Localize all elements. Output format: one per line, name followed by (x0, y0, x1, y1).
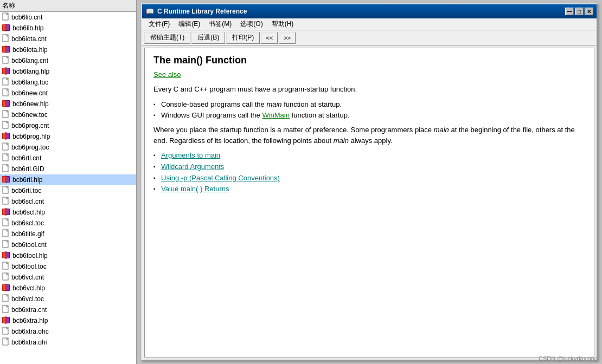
close-button[interactable]: ✕ (585, 8, 593, 15)
file-icon (2, 164, 11, 174)
svg-rect-6 (5, 24, 7, 31)
file-name: bcb6prog.toc (11, 144, 49, 151)
list-item[interactable]: bcb6vcl.cnt (0, 272, 136, 283)
watermark: CSDN @luckydaxiang (539, 355, 598, 362)
menu-edit[interactable]: 编辑(E) (174, 18, 204, 30)
list-item[interactable]: bcb6new.cnt (0, 88, 136, 99)
file-name: bcb6vcl.hlp (12, 284, 45, 292)
file-name: bcb6scl.hlp (12, 209, 45, 216)
bullet-item-gui: Windows GUI programs call the WinMain fu… (153, 110, 585, 121)
hlp-file-icon (2, 284, 12, 293)
list-item[interactable]: bcb6scl.toc (0, 218, 136, 229)
file-name: bcb6rtl.hlp (12, 176, 42, 184)
menu-options[interactable]: 选项(O) (236, 18, 267, 30)
file-icon (2, 142, 11, 152)
file-icon (2, 197, 11, 206)
next-button[interactable]: >> (279, 32, 296, 44)
menu-bookmarks[interactable]: 书签(M) (204, 18, 236, 30)
see-also-link[interactable]: See also (153, 70, 585, 79)
file-name: bcb6tool.hlp (12, 252, 48, 259)
list-item[interactable]: bcb6lang.toc (0, 77, 136, 88)
toolbar: 帮助主题(T) 后退(B) 打印(P) << >> (142, 30, 597, 46)
list-item[interactable]: bcb6xtra.cnt (0, 304, 136, 315)
file-icon (2, 305, 11, 315)
list-item[interactable]: bcb6prog.toc (0, 142, 136, 153)
list-item[interactable]: bcb6rtl.toc (0, 185, 136, 196)
file-icon (2, 12, 11, 22)
svg-rect-55 (3, 209, 5, 214)
list-item[interactable]: bcb6prog.cnt (0, 120, 136, 131)
list-item[interactable]: bcb6lib.hlp (0, 23, 136, 34)
hlp-file-icon (2, 67, 12, 76)
list-item[interactable]: bcb6new.hlp (0, 99, 136, 109)
file-icon (2, 240, 11, 250)
list-item[interactable]: bcb6prog.hlp (0, 131, 136, 142)
prev-button[interactable]: << (261, 32, 278, 44)
list-item[interactable]: bcb6scl.cnt (0, 196, 136, 207)
file-name: bcb6new.toc (11, 111, 48, 119)
list-item[interactable]: bcb6xtra.hlp (0, 315, 136, 326)
list-item[interactable]: bcb6lib.cnt (0, 12, 136, 23)
list-item[interactable]: bcb6rtl.GID (0, 164, 136, 174)
list-item[interactable]: bcb6title.gif (0, 229, 136, 239)
list-item[interactable]: bcb6vcl.toc (0, 294, 136, 304)
minimize-button[interactable]: — (565, 8, 574, 15)
bullet-list-2: Arguments to main Wildcard Arguments Usi… (153, 150, 585, 195)
list-item[interactable]: bcb6new.toc (0, 109, 136, 120)
list-item[interactable]: bcb6scl.hlp (0, 207, 136, 218)
maximize-button[interactable]: □ (575, 8, 584, 15)
placement-paragraph: Where you place the startup function is … (153, 125, 585, 146)
svg-rect-19 (7, 68, 9, 74)
hlp-file-icon (2, 316, 12, 326)
file-icon (2, 272, 11, 282)
bullet-item-pascal: Using -p (Pascal Calling Conventions) (153, 173, 585, 184)
bullet-console-text2: function at startup. (282, 100, 342, 108)
back-button[interactable]: 后退(B) (191, 32, 225, 44)
arguments-to-main-link[interactable]: Arguments to main (161, 151, 220, 159)
list-item[interactable]: bcb6vcl.hlp (0, 283, 136, 294)
value-returns-link[interactable]: Value main( ) Returns (161, 185, 229, 193)
list-item[interactable]: bcb6lang.hlp (0, 66, 136, 77)
menu-bar: 文件(F) 编辑(E) 书签(M) 选项(O) 帮助(H) (142, 18, 597, 30)
bullet-list-1: Console-based programs call the main fun… (153, 99, 585, 122)
svg-rect-66 (3, 252, 5, 258)
file-name: bcb6rtl.GID (11, 165, 44, 173)
wildcard-arguments-link[interactable]: Wildcard Arguments (161, 162, 224, 171)
file-icon (2, 121, 11, 131)
file-name: bcb6iota.hlp (12, 46, 48, 54)
menu-file[interactable]: 文件(F) (144, 18, 174, 30)
list-item[interactable]: bcb6tool.hlp (0, 250, 136, 261)
file-name: bcb6xtra.ohi (11, 339, 47, 346)
list-item[interactable]: bcb6rtl.cnt (0, 153, 136, 164)
file-name: bcb6scl.toc (11, 219, 44, 227)
list-item[interactable]: bcb6xtra.ohc (0, 326, 136, 337)
list-item[interactable]: bcb6xtra.ohi (0, 337, 136, 348)
list-item[interactable]: bcb6tool.cnt (0, 239, 136, 250)
list-item[interactable]: bcb6iota.hlp (0, 44, 136, 55)
help-window: 📖 C Runtime Library Reference — □ ✕ 文件(F… (141, 3, 598, 361)
file-name: bcb6new.cnt (11, 89, 48, 97)
file-name: bcb6prog.cnt (11, 122, 49, 129)
hlp-file-icon (2, 100, 12, 109)
winmain-link[interactable]: WinMain (262, 111, 290, 119)
list-item[interactable]: bcb6lang.cnt (0, 55, 136, 66)
svg-rect-5 (7, 25, 9, 30)
list-item[interactable]: bcb6tool.toc (0, 261, 136, 272)
list-item[interactable]: bcb6rtl.hlp (0, 174, 136, 185)
svg-rect-38 (5, 132, 7, 140)
print-button[interactable]: 打印(P) (226, 32, 260, 44)
para2-italic1: main (434, 126, 449, 134)
file-name: bcb6new.hlp (12, 100, 49, 108)
window-controls: — □ ✕ (565, 8, 593, 15)
pascal-conventions-link[interactable]: Using -p (Pascal Calling Conventions) (161, 174, 280, 182)
svg-rect-13 (5, 46, 7, 53)
menu-help[interactable]: 帮助(H) (267, 18, 298, 30)
svg-rect-58 (5, 208, 7, 216)
svg-rect-69 (5, 251, 7, 259)
bullet-item-value: Value main( ) Returns (153, 184, 585, 195)
list-item[interactable]: bcb6iota.cnt (0, 34, 136, 44)
file-icon (2, 110, 11, 120)
panel-header: 名称 (0, 0, 136, 12)
help-topics-button[interactable]: 帮助主题(T) (144, 32, 190, 44)
hlp-file-icon (2, 176, 12, 185)
